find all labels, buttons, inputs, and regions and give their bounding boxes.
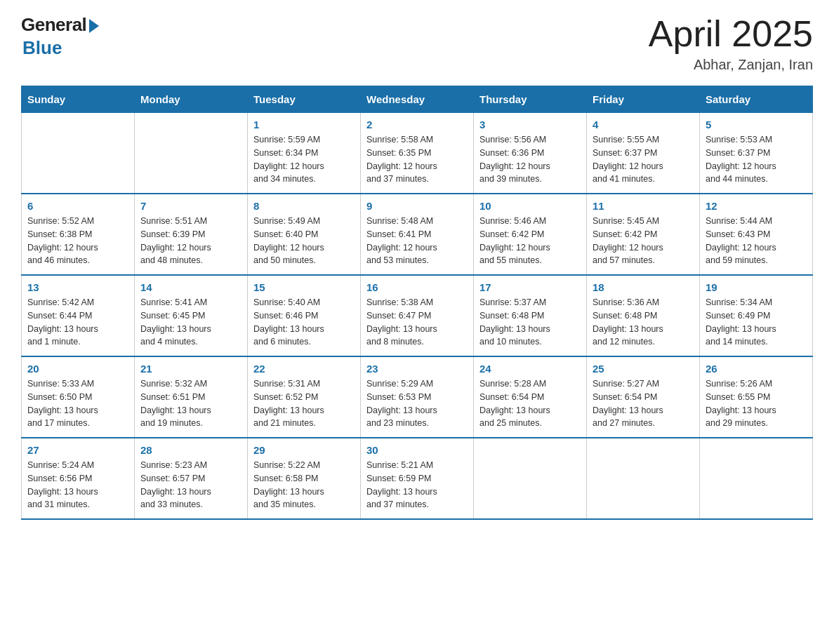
day-info: Sunrise: 5:53 AM Sunset: 6:37 PM Dayligh… xyxy=(706,133,807,186)
calendar-cell: 14Sunrise: 5:41 AM Sunset: 6:45 PM Dayli… xyxy=(135,275,248,356)
calendar-cell: 18Sunrise: 5:36 AM Sunset: 6:48 PM Dayli… xyxy=(587,275,700,356)
calendar-table: SundayMondayTuesdayWednesdayThursdayFrid… xyxy=(21,86,813,520)
day-info: Sunrise: 5:46 AM Sunset: 6:42 PM Dayligh… xyxy=(479,215,581,267)
col-header-tuesday: Tuesday xyxy=(248,86,361,113)
calendar-cell: 7Sunrise: 5:51 AM Sunset: 6:39 PM Daylig… xyxy=(135,194,248,275)
day-info: Sunrise: 5:52 AM Sunset: 6:38 PM Dayligh… xyxy=(27,215,128,267)
day-info: Sunrise: 5:27 AM Sunset: 6:54 PM Dayligh… xyxy=(593,377,694,430)
day-number: 15 xyxy=(253,281,355,293)
calendar-cell xyxy=(474,438,587,519)
day-info: Sunrise: 5:34 AM Sunset: 6:49 PM Dayligh… xyxy=(706,296,807,349)
col-header-sunday: Sunday xyxy=(22,86,135,113)
day-info: Sunrise: 5:55 AM Sunset: 6:37 PM Dayligh… xyxy=(593,133,694,186)
day-info: Sunrise: 5:51 AM Sunset: 6:39 PM Dayligh… xyxy=(140,215,241,267)
calendar-cell: 9Sunrise: 5:48 AM Sunset: 6:41 PM Daylig… xyxy=(361,194,474,275)
page-header: General Blue April 2025 Abhar, Zanjan, I… xyxy=(21,14,813,73)
day-number: 5 xyxy=(706,119,807,130)
day-number: 26 xyxy=(706,363,807,375)
day-number: 16 xyxy=(366,281,468,293)
day-info: Sunrise: 5:42 AM Sunset: 6:44 PM Dayligh… xyxy=(27,296,128,349)
day-number: 28 xyxy=(140,444,241,456)
day-number: 14 xyxy=(140,281,241,293)
day-number: 13 xyxy=(27,281,128,293)
day-info: Sunrise: 5:31 AM Sunset: 6:52 PM Dayligh… xyxy=(253,377,355,430)
page-subtitle: Abhar, Zanjan, Iran xyxy=(649,57,813,73)
calendar-cell: 15Sunrise: 5:40 AM Sunset: 6:46 PM Dayli… xyxy=(248,275,361,356)
calendar-cell: 12Sunrise: 5:44 AM Sunset: 6:43 PM Dayli… xyxy=(700,194,813,275)
day-number: 24 xyxy=(479,363,581,375)
col-header-saturday: Saturday xyxy=(700,86,813,113)
calendar-cell: 8Sunrise: 5:49 AM Sunset: 6:40 PM Daylig… xyxy=(248,194,361,275)
day-info: Sunrise: 5:59 AM Sunset: 6:34 PM Dayligh… xyxy=(253,133,355,186)
col-header-friday: Friday xyxy=(587,86,700,113)
calendar-cell: 4Sunrise: 5:55 AM Sunset: 6:37 PM Daylig… xyxy=(587,113,700,194)
calendar-cell xyxy=(587,438,700,519)
calendar-cell: 6Sunrise: 5:52 AM Sunset: 6:38 PM Daylig… xyxy=(22,194,135,275)
day-number: 12 xyxy=(706,200,807,212)
calendar-cell: 16Sunrise: 5:38 AM Sunset: 6:47 PM Dayli… xyxy=(361,275,474,356)
day-info: Sunrise: 5:41 AM Sunset: 6:45 PM Dayligh… xyxy=(140,296,241,349)
day-number: 27 xyxy=(27,444,128,456)
day-number: 21 xyxy=(140,363,241,375)
calendar-cell: 30Sunrise: 5:21 AM Sunset: 6:59 PM Dayli… xyxy=(361,438,474,519)
calendar-cell: 11Sunrise: 5:45 AM Sunset: 6:42 PM Dayli… xyxy=(587,194,700,275)
calendar-cell: 23Sunrise: 5:29 AM Sunset: 6:53 PM Dayli… xyxy=(361,356,474,438)
title-block: April 2025 Abhar, Zanjan, Iran xyxy=(649,14,813,73)
logo-general-text: General xyxy=(21,14,86,36)
day-info: Sunrise: 5:21 AM Sunset: 6:59 PM Dayligh… xyxy=(366,459,468,511)
day-number: 4 xyxy=(593,119,694,130)
day-number: 6 xyxy=(27,200,128,212)
day-number: 20 xyxy=(27,363,128,375)
day-number: 29 xyxy=(253,444,355,456)
calendar-cell: 21Sunrise: 5:32 AM Sunset: 6:51 PM Dayli… xyxy=(135,356,248,438)
day-info: Sunrise: 5:38 AM Sunset: 6:47 PM Dayligh… xyxy=(366,296,468,349)
day-info: Sunrise: 5:56 AM Sunset: 6:36 PM Dayligh… xyxy=(479,133,581,186)
calendar-cell: 17Sunrise: 5:37 AM Sunset: 6:48 PM Dayli… xyxy=(474,275,587,356)
col-header-wednesday: Wednesday xyxy=(361,86,474,113)
calendar-cell: 1Sunrise: 5:59 AM Sunset: 6:34 PM Daylig… xyxy=(248,113,361,194)
day-number: 1 xyxy=(253,119,355,130)
day-info: Sunrise: 5:26 AM Sunset: 6:55 PM Dayligh… xyxy=(706,377,807,430)
day-number: 3 xyxy=(479,119,581,130)
col-header-thursday: Thursday xyxy=(474,86,587,113)
day-number: 9 xyxy=(366,200,468,212)
logo: General Blue xyxy=(21,14,99,59)
day-number: 23 xyxy=(366,363,468,375)
day-info: Sunrise: 5:28 AM Sunset: 6:54 PM Dayligh… xyxy=(479,377,581,430)
day-info: Sunrise: 5:22 AM Sunset: 6:58 PM Dayligh… xyxy=(253,459,355,511)
day-number: 18 xyxy=(593,281,694,293)
day-info: Sunrise: 5:58 AM Sunset: 6:35 PM Dayligh… xyxy=(366,133,468,186)
day-info: Sunrise: 5:40 AM Sunset: 6:46 PM Dayligh… xyxy=(253,296,355,349)
day-number: 19 xyxy=(706,281,807,293)
calendar-cell: 3Sunrise: 5:56 AM Sunset: 6:36 PM Daylig… xyxy=(474,113,587,194)
day-info: Sunrise: 5:32 AM Sunset: 6:51 PM Dayligh… xyxy=(140,377,241,430)
day-info: Sunrise: 5:37 AM Sunset: 6:48 PM Dayligh… xyxy=(479,296,581,349)
calendar-cell: 19Sunrise: 5:34 AM Sunset: 6:49 PM Dayli… xyxy=(700,275,813,356)
day-info: Sunrise: 5:45 AM Sunset: 6:42 PM Dayligh… xyxy=(593,215,694,267)
logo-arrow-icon xyxy=(89,19,99,33)
calendar-cell: 28Sunrise: 5:23 AM Sunset: 6:57 PM Dayli… xyxy=(135,438,248,519)
calendar-cell: 22Sunrise: 5:31 AM Sunset: 6:52 PM Dayli… xyxy=(248,356,361,438)
day-info: Sunrise: 5:29 AM Sunset: 6:53 PM Dayligh… xyxy=(366,377,468,430)
day-number: 25 xyxy=(593,363,694,375)
calendar-cell xyxy=(135,113,248,194)
day-info: Sunrise: 5:44 AM Sunset: 6:43 PM Dayligh… xyxy=(706,215,807,267)
calendar-cell: 10Sunrise: 5:46 AM Sunset: 6:42 PM Dayli… xyxy=(474,194,587,275)
day-info: Sunrise: 5:36 AM Sunset: 6:48 PM Dayligh… xyxy=(593,296,694,349)
calendar-cell: 13Sunrise: 5:42 AM Sunset: 6:44 PM Dayli… xyxy=(22,275,135,356)
day-number: 11 xyxy=(593,200,694,212)
day-info: Sunrise: 5:23 AM Sunset: 6:57 PM Dayligh… xyxy=(140,459,241,511)
day-number: 10 xyxy=(479,200,581,212)
day-number: 30 xyxy=(366,444,468,456)
calendar-cell: 25Sunrise: 5:27 AM Sunset: 6:54 PM Dayli… xyxy=(587,356,700,438)
day-info: Sunrise: 5:33 AM Sunset: 6:50 PM Dayligh… xyxy=(27,377,128,430)
calendar-cell: 24Sunrise: 5:28 AM Sunset: 6:54 PM Dayli… xyxy=(474,356,587,438)
calendar-cell: 5Sunrise: 5:53 AM Sunset: 6:37 PM Daylig… xyxy=(700,113,813,194)
day-info: Sunrise: 5:48 AM Sunset: 6:41 PM Dayligh… xyxy=(366,215,468,267)
col-header-monday: Monday xyxy=(135,86,248,113)
calendar-cell: 2Sunrise: 5:58 AM Sunset: 6:35 PM Daylig… xyxy=(361,113,474,194)
calendar-cell: 27Sunrise: 5:24 AM Sunset: 6:56 PM Dayli… xyxy=(22,438,135,519)
calendar-cell: 20Sunrise: 5:33 AM Sunset: 6:50 PM Dayli… xyxy=(22,356,135,438)
calendar-cell: 26Sunrise: 5:26 AM Sunset: 6:55 PM Dayli… xyxy=(700,356,813,438)
day-number: 17 xyxy=(479,281,581,293)
